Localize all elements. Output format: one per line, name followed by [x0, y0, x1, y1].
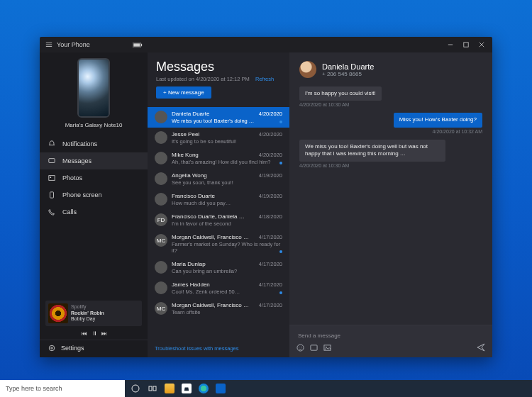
chat-body[interactable]: I'm so happy you could visit!4/20/2020 a…: [289, 82, 492, 325]
your-phone-icon[interactable]: [216, 384, 226, 393]
send-icon[interactable]: [477, 343, 485, 352]
media-card[interactable]: Spotify Rockin' Robin Bobby Day: [45, 301, 142, 326]
avatar: [155, 111, 167, 123]
sidebar-item-photos[interactable]: Photos: [40, 169, 148, 186]
conversation-header: Messages Last updated on 4/20/2020 at 12…: [148, 52, 289, 107]
conversation-date: 4/17/2020: [259, 281, 282, 288]
conversation-item[interactable]: Mike Kong4/20/2020Ah, that's amazing! Ho…: [148, 148, 289, 169]
gear-icon: [48, 345, 55, 352]
compose-input[interactable]: Send a message: [297, 330, 485, 343]
message-timestamp: 4/20/2020 at 10:32 AM: [433, 129, 482, 134]
conversation-item[interactable]: Francisco Duarte4/19/2020How much did yo…: [148, 189, 289, 210]
conversation-preview: Farmer's market on Sunday? Who is ready …: [172, 241, 282, 254]
last-updated: Last updated on 4/20/2020 at 12:12 PM Re…: [156, 76, 281, 82]
svg-point-11: [299, 347, 299, 347]
conversation-name: Angelia Wong: [172, 172, 207, 179]
sidebar-item-label: Notifications: [62, 140, 97, 147]
contact-name: Daniela Duarte: [322, 62, 374, 71]
new-message-button[interactable]: + New message: [156, 86, 211, 99]
minimize-button[interactable]: [443, 37, 458, 52]
svg-point-8: [49, 345, 55, 351]
sidebar-nav: Notifications Messages Photos Phone scre…: [40, 135, 148, 220]
conversation-name: Morgan Caldwell, Francisco …: [172, 234, 249, 240]
conversation-item[interactable]: MCMorgan Caldwell, Francisco …4/17/2020T…: [148, 298, 289, 319]
sidebar-item-calls[interactable]: Calls: [40, 203, 148, 220]
message-bubble[interactable]: Miss you! How's Baxter doing?: [394, 113, 482, 127]
chat-column: Daniela Duarte + 206 545 8665 I'm so hap…: [289, 52, 492, 357]
avatar: [155, 172, 167, 185]
refresh-link[interactable]: Refresh: [255, 76, 274, 82]
conversation-item[interactable]: Maria Dunlap4/17/2020Can you bring an um…: [148, 257, 289, 278]
avatar: MC: [155, 302, 167, 315]
conversation-item[interactable]: Daniela Duarte4/20/2020We miss you too! …: [148, 107, 289, 128]
conversation-item[interactable]: FDFrancisco Duarte, Daniela …4/18/2020I'…: [148, 210, 289, 230]
emoji-icon[interactable]: [297, 344, 304, 352]
conversation-name: Jesse Peel: [172, 131, 199, 138]
conversation-item[interactable]: James Hadden4/17/2020Cool! Ms. Zenk orde…: [148, 278, 289, 298]
svg-rect-2: [141, 43, 142, 46]
conversation-item[interactable]: Angelia Wong4/19/2020See you soon, thank…: [148, 169, 289, 189]
message-bubble[interactable]: I'm so happy you could visit!: [299, 86, 382, 101]
store-icon[interactable]: [182, 384, 192, 393]
conversation-date: 4/19/2020: [259, 193, 282, 199]
cortana-icon[interactable]: [131, 384, 140, 393]
sidebar-item-label: Calls: [62, 208, 77, 216]
avatar: [155, 152, 167, 164]
media-prev-icon[interactable]: ⏮: [82, 330, 87, 337]
svg-point-9: [51, 347, 53, 350]
conversation-preview: See you soon, thank you!!: [172, 179, 282, 186]
conversation-preview: Team offsite: [172, 309, 282, 315]
conversation-list[interactable]: Daniela Duarte4/20/2020We miss you too! …: [148, 107, 289, 342]
media-info: Spotify Rockin' Robin Bobby Day: [71, 304, 104, 322]
unread-dot-icon: [279, 291, 282, 294]
image-icon[interactable]: [323, 344, 331, 352]
contact-avatar[interactable]: [299, 61, 316, 78]
task-view-icon[interactable]: [148, 384, 157, 393]
media-artist: Bobby Day: [71, 316, 104, 322]
maximize-button[interactable]: [458, 37, 474, 52]
message-bubble[interactable]: We miss you too! Baxter's doing well but…: [299, 140, 445, 162]
sidebar-item-settings[interactable]: Settings: [40, 340, 148, 357]
media-pause-icon[interactable]: ⏸: [92, 330, 97, 337]
media-controls: ⏮ ⏸ ⏭: [41, 330, 148, 340]
conversation-name: Francisco Duarte: [172, 193, 215, 199]
phone-preview[interactable]: [77, 58, 110, 118]
compose-toolbar: [297, 343, 485, 352]
sidebar-item-messages[interactable]: Messages: [40, 152, 148, 169]
message-timestamp: 4/20/2020 at 10:30 AM: [299, 163, 445, 168]
sidebar-item-phonescreen[interactable]: Phone screen: [40, 186, 148, 203]
unread-dot-icon: [279, 162, 282, 164]
avatar: [155, 131, 167, 144]
photos-icon: [48, 174, 57, 181]
conversation-date: 4/19/2020: [259, 172, 282, 179]
svg-rect-13: [311, 345, 317, 350]
conversation-date: 4/20/2020: [259, 111, 282, 117]
close-button[interactable]: [474, 37, 489, 52]
troubleshoot-link[interactable]: Troubleshoot issues with messages: [148, 342, 289, 357]
hamburger-icon[interactable]: [45, 41, 52, 48]
svg-rect-17: [149, 386, 152, 391]
media-next-icon[interactable]: ⏭: [101, 330, 107, 337]
conversation-item[interactable]: Jesse Peel4/20/2020It's going to be so b…: [148, 128, 289, 148]
file-explorer-icon[interactable]: [165, 384, 174, 393]
album-art: [48, 303, 68, 323]
search-placeholder: Type here to search: [6, 385, 62, 392]
contact-phone: + 206 545 8665: [322, 71, 374, 77]
gif-icon[interactable]: [310, 344, 318, 352]
conversation-preview: It's going to be so beautiful!: [172, 138, 282, 145]
sidebar-item-label: Photos: [62, 174, 82, 181]
bell-icon: [48, 140, 57, 147]
chat-header: Daniela Duarte + 206 545 8665: [289, 52, 492, 82]
avatar: FD: [155, 213, 167, 226]
edge-icon[interactable]: [199, 384, 209, 393]
svg-rect-18: [153, 386, 156, 391]
conversation-item[interactable]: MCMorgan Caldwell, Francisco …4/17/2020F…: [148, 230, 289, 257]
message-incoming: I'm so happy you could visit!4/20/2020 a…: [299, 86, 382, 111]
svg-point-12: [301, 347, 302, 347]
app-body: Maria's Galaxy Note10 Notifications Mess…: [40, 52, 492, 357]
sidebar-item-label: Messages: [62, 157, 92, 164]
taskbar-search[interactable]: Type here to search: [0, 380, 125, 397]
message-incoming: We miss you too! Baxter's doing well but…: [299, 140, 445, 172]
app-window: Your Phone Maria's Galaxy Note10 Notific…: [40, 37, 492, 357]
sidebar-item-notifications[interactable]: Notifications: [40, 135, 148, 152]
